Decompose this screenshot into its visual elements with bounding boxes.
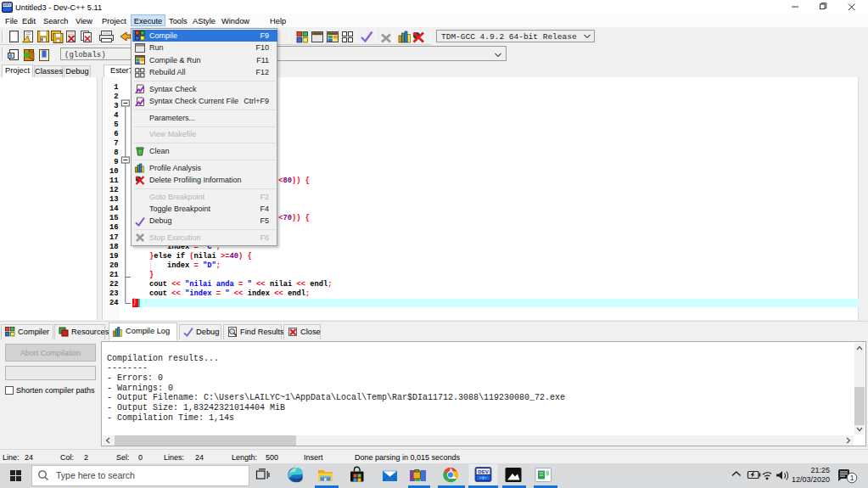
svg-text:1: 1 [850,474,854,482]
svg-text:DEV: DEV [478,469,488,474]
svg-text:DEV: DEV [3,3,11,7]
